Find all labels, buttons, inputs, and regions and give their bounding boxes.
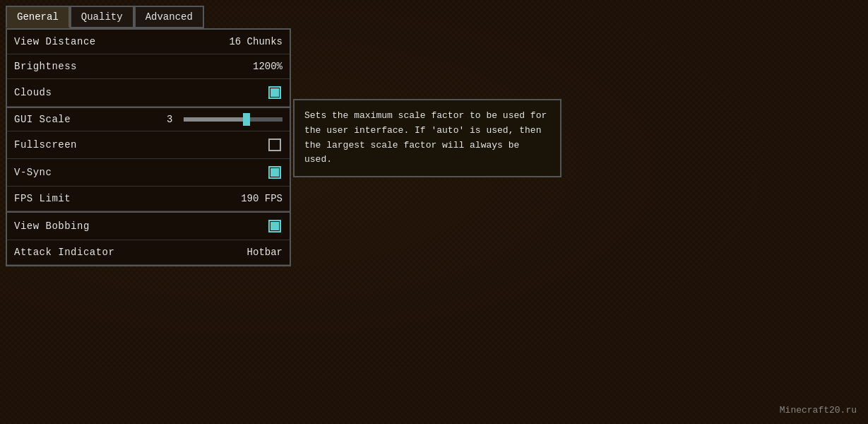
fps-limit-label: FPS Limit: [14, 193, 71, 204]
settings-panel: View Distance 16 Chunks Brightness 1200%…: [6, 28, 291, 266]
tab-general[interactable]: General: [6, 6, 70, 28]
gui-scale-fill: [184, 117, 243, 122]
setting-attack-indicator[interactable]: Attack Indicator Hotbar: [7, 240, 290, 265]
tabs-bar: General Quality Advanced: [6, 6, 291, 28]
fps-limit-value: 190 FPS: [241, 193, 283, 204]
view-bobbing-checkbox-container: [267, 218, 283, 234]
setting-view-distance[interactable]: View Distance 16 Chunks: [7, 30, 290, 54]
tab-quality[interactable]: Quality: [70, 6, 134, 28]
tooltip-text: Sets the maximum scale factor to be used…: [304, 110, 547, 165]
vsync-checkbox[interactable]: [268, 166, 281, 179]
view-bobbing-checkbox[interactable]: [268, 220, 281, 232]
fullscreen-checkbox[interactable]: [268, 139, 281, 151]
gui-scale-track[interactable]: [184, 117, 283, 122]
setting-clouds[interactable]: Clouds: [7, 79, 290, 107]
attack-indicator-value: Hotbar: [247, 247, 283, 258]
setting-view-bobbing[interactable]: View Bobbing: [7, 211, 290, 240]
clouds-label: Clouds: [14, 87, 52, 98]
gui-scale-thumb[interactable]: [243, 113, 250, 126]
setting-gui-scale[interactable]: GUI Scale 3: [7, 107, 290, 131]
setting-vsync[interactable]: V-Sync: [7, 159, 290, 187]
brightness-label: Brightness: [14, 61, 77, 72]
setting-fullscreen[interactable]: Fullscreen: [7, 131, 290, 159]
gui-scale-slider-container: 3: [167, 114, 283, 125]
gui-scale-label: GUI Scale: [14, 114, 71, 125]
brightness-value: 1200%: [253, 61, 283, 72]
vsync-checkbox-container: [267, 165, 283, 180]
view-distance-label: View Distance: [14, 36, 96, 47]
attack-indicator-label: Attack Indicator: [14, 247, 114, 258]
tab-advanced[interactable]: Advanced: [134, 6, 204, 28]
gui-scale-value: 3: [167, 114, 178, 125]
tooltip-panel: Sets the maximum scale factor to be used…: [293, 99, 561, 177]
view-bobbing-label: View Bobbing: [14, 220, 90, 232]
watermark: Minecraft20.ru: [780, 405, 857, 416]
clouds-checkbox[interactable]: [268, 86, 281, 99]
fullscreen-checkbox-container: [267, 137, 283, 153]
setting-fps-limit[interactable]: FPS Limit 190 FPS: [7, 187, 290, 211]
view-distance-value: 16 Chunks: [229, 36, 283, 47]
fullscreen-label: Fullscreen: [14, 139, 77, 151]
setting-brightness[interactable]: Brightness 1200%: [7, 54, 290, 79]
clouds-checkbox-container: [267, 85, 283, 100]
vsync-label: V-Sync: [14, 167, 52, 178]
